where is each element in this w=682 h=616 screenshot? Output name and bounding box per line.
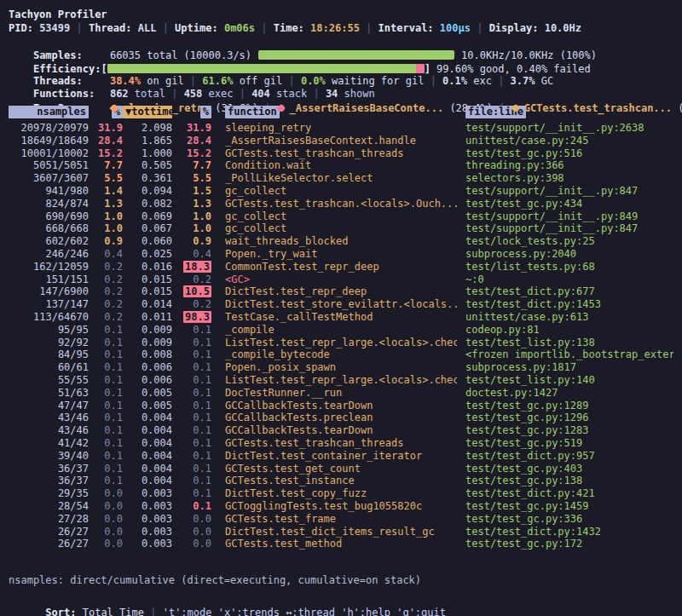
nsamples-cell: 36/37 xyxy=(9,463,89,475)
cumulative-pct-value: 0.1 xyxy=(193,437,211,449)
cumulative-pct-cell: 0.1 xyxy=(172,463,211,475)
file-line-cell: doctest.py:1427 xyxy=(465,387,673,400)
function-name: DictTest.test_repr_deep xyxy=(225,285,367,297)
footer: nsamples: direct/cumulative (direct=exec… xyxy=(9,573,673,605)
nsamples-value: 137/147 xyxy=(45,298,89,310)
file-line-value: codeop.py:81 xyxy=(465,324,540,336)
cumulative-pct-cell: 0.0 xyxy=(172,538,211,550)
function-name: GCTogglingTests.test_bug1055820c xyxy=(225,500,422,512)
nsamples-value: 29/35 xyxy=(58,487,89,499)
direct-pct-value: 0.1 xyxy=(104,463,123,475)
tottime-value: 1.000 xyxy=(142,147,172,159)
cumulative-pct-value: 0.9 xyxy=(193,235,211,247)
separator: | xyxy=(144,607,163,616)
function-count-value: 458 xyxy=(184,88,203,100)
table-header-cell: % xyxy=(172,106,211,119)
function-cell: gc_collect xyxy=(225,210,457,223)
table-row: 92/920.10.0090.1ListTest.test_repr_large… xyxy=(9,337,673,349)
nsamples-cell: 690/690 xyxy=(9,210,89,223)
separator: | xyxy=(156,22,175,34)
cumulative-pct-cell: 1.5 xyxy=(172,185,211,198)
tachyon-profiler-window: Tachyon Profiler PID: 53499 | Thread: AL… xyxy=(0,0,682,605)
function-name: GCTests.test_trashcan_threads xyxy=(225,147,404,159)
tottime-value: 0.016 xyxy=(142,261,172,273)
function-count-value: 862 xyxy=(110,88,129,100)
tottime-cell: 0.006 xyxy=(123,374,172,387)
nsamples-cell: 27/28 xyxy=(9,513,89,526)
table-row: 39/400.10.0040.1DictTest.test_container_… xyxy=(9,450,673,463)
function-name: GCCallbackTests.tearDown xyxy=(225,424,373,436)
function-name: GCTests.test_get_count xyxy=(225,463,361,475)
file-line-cell: test/test_gc.py:403 xyxy=(465,463,673,475)
cumulative-pct-cell: 0.1 xyxy=(172,500,211,513)
cumulative-pct-cell: 0.4 xyxy=(172,248,211,261)
nsamples-value: 602/602 xyxy=(45,235,89,247)
direct-pct-cell: 0.2 xyxy=(89,298,123,311)
nsamples-value: 246/246 xyxy=(45,248,89,260)
cumulative-pct-cell: 7.7 xyxy=(172,159,211,172)
file-line-value: test/test_dict.py:677 xyxy=(465,285,595,297)
tottime-cell: 0.361 xyxy=(123,172,172,185)
direct-pct-cell: 1.0 xyxy=(89,222,123,235)
cumulative-pct-value: 18.3 xyxy=(183,261,211,273)
column-header-tottime[interactable]: ▼tottime xyxy=(123,106,172,118)
file-line-cell: test/test_gc.py:172 xyxy=(465,538,673,550)
cumulative-pct-cell: 0.1 xyxy=(172,450,211,463)
table-row: 690/6901.00.0691.0gc_collecttest/support… xyxy=(9,210,673,223)
direct-pct-cell: 0.1 xyxy=(89,412,123,424)
tottime-value: 0.003 xyxy=(142,538,172,550)
tottime-cell: 0.009 xyxy=(123,324,172,337)
time-label: Time: xyxy=(274,22,310,34)
nsamples-value: 5051/5051 xyxy=(33,159,89,171)
cumulative-pct-cell: 0.1 xyxy=(172,437,211,450)
table-row: 137/1470.20.0140.2DictTest.test_store_ev… xyxy=(9,298,673,311)
samples-rate: 10.0KHz/10.0KHz (100%) xyxy=(461,49,597,61)
footer-keybindings: Sort: Total Time | 't':mode 'x':trends ↔… xyxy=(9,589,673,605)
nsamples-value: 151/151 xyxy=(45,273,89,285)
nsamples-cell: 43/46 xyxy=(9,424,89,437)
functions-label: Functions: xyxy=(33,88,110,101)
nsamples-cell: 137/147 xyxy=(9,298,89,311)
tottime-value: 0.015 xyxy=(142,285,172,297)
function-cell: wait_threads_blocked xyxy=(225,235,457,248)
tottime-value: 0.361 xyxy=(142,172,172,184)
cumulative-pct-value: 0.2 xyxy=(193,273,211,285)
efficiency-summary-text: 99.60% good, 0.40% failed xyxy=(436,63,591,75)
file-line-cell: codeop.py:81 xyxy=(465,324,673,337)
table-row: 28/540.00.0030.1GCTogglingTests.test_bug… xyxy=(9,500,673,513)
separator: | xyxy=(424,75,442,87)
sort-value: Total Time xyxy=(83,607,144,616)
file-line-value: unittest/case.py:245 xyxy=(465,135,589,147)
nsamples-cell: 5051/5051 xyxy=(9,159,89,172)
column-header-function[interactable]: function xyxy=(225,106,280,118)
nsamples-cell: 147/6900 xyxy=(9,285,89,298)
table-row: 20978/2097931.92.09831.9sleeping_retryte… xyxy=(9,122,673,135)
direct-pct-cell: 0.1 xyxy=(89,450,123,463)
direct-pct-cell: 0.1 xyxy=(89,424,123,437)
nsamples-cell: 95/95 xyxy=(9,324,89,337)
column-header-nsamples[interactable]: nsamples xyxy=(9,106,89,118)
app-title: Tachyon Profiler xyxy=(9,9,673,21)
file-line-cell: test/list_tests.py:68 xyxy=(465,261,673,273)
file-line-cell: test/test_list.py:140 xyxy=(465,374,673,387)
file-line-cell: test/test_dict.py:677 xyxy=(465,285,673,298)
file-line-value: selectors.py:398 xyxy=(465,172,564,184)
column-header-[interactable]: % xyxy=(200,106,211,118)
cumulative-pct-value: 0.1 xyxy=(193,324,211,336)
direct-pct-cell: 0.0 xyxy=(89,513,123,526)
direct-pct-cell: 1.0 xyxy=(89,210,123,223)
file-line-cell: test/test_dict.py:1432 xyxy=(465,526,673,538)
tottime-value: 0.011 xyxy=(142,311,172,323)
nsamples-value: 43/46 xyxy=(58,424,89,436)
thread-label: Thread: xyxy=(89,22,138,34)
direct-pct-cell: 0.4 xyxy=(89,248,123,261)
function-cell: DictTest.test_container_iterator xyxy=(225,450,457,463)
table-row: 55/550.10.0060.1ListTest.test_repr_large… xyxy=(9,374,673,387)
file-line-cell: unittest/case.py:613 xyxy=(465,311,673,324)
samples-label: Samples: xyxy=(33,49,110,62)
tottime-cell: 0.067 xyxy=(123,222,172,235)
nsamples-value: 690/690 xyxy=(45,210,89,222)
file-line-value: test/test_gc.py:1459 xyxy=(465,500,589,512)
function-cell: GCTests.test_frame xyxy=(225,513,457,526)
nsamples-value: 3607/3607 xyxy=(33,172,89,184)
